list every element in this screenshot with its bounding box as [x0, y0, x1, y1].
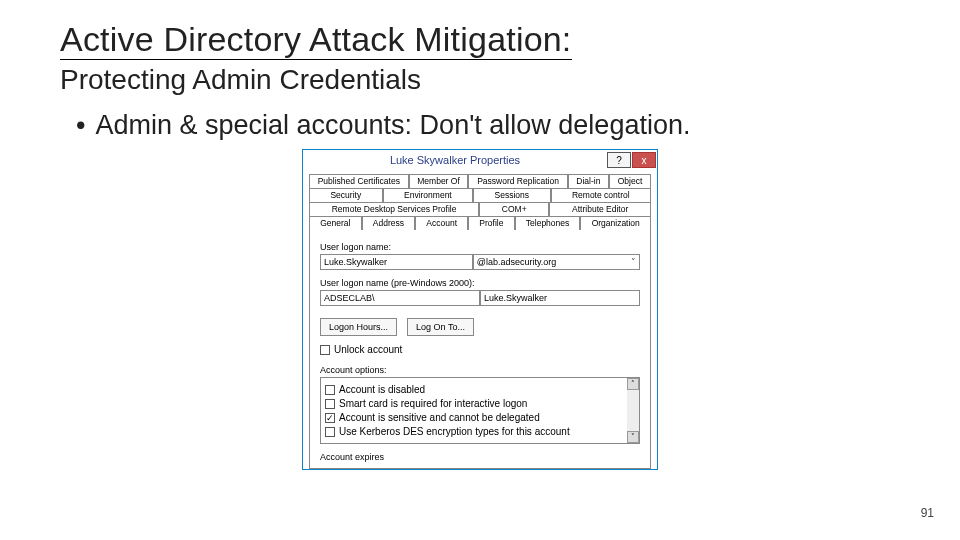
opt-disabled-checkbox[interactable] — [325, 385, 335, 395]
logon-name-label: User logon name: — [320, 242, 640, 252]
close-button[interactable]: x — [632, 152, 656, 168]
opt-des-label: Use Kerberos DES encryption types for th… — [339, 426, 570, 437]
tab-object[interactable]: Object — [609, 174, 651, 188]
pre2000-user-input[interactable]: Luke.Skywalker — [480, 290, 640, 306]
pre2000-label: User logon name (pre-Windows 2000): — [320, 278, 640, 288]
tab-sessions[interactable]: Sessions — [473, 188, 550, 202]
pre2000-domain-input[interactable]: ADSECLAB\ — [320, 290, 480, 306]
opt-smartcard-checkbox[interactable] — [325, 399, 335, 409]
unlock-account-label: Unlock account — [334, 344, 402, 355]
page-number: 91 — [921, 506, 934, 520]
log-on-to-button[interactable]: Log On To... — [407, 318, 474, 336]
options-scrollbar[interactable]: ˄ ˅ — [627, 378, 639, 443]
scroll-down-icon[interactable]: ˅ — [627, 431, 639, 443]
slide-subtitle: Protecting Admin Credentials — [60, 64, 900, 96]
scroll-up-icon[interactable]: ˄ — [627, 378, 639, 390]
unlock-account-checkbox[interactable] — [320, 345, 330, 355]
tab-member-of[interactable]: Member Of — [409, 174, 469, 188]
logon-hours-button[interactable]: Logon Hours... — [320, 318, 397, 336]
help-button[interactable]: ? — [607, 152, 631, 168]
opt-sensitive-label: Account is sensitive and cannot be deleg… — [339, 412, 540, 423]
dialog-titlebar: Luke Skywalker Properties ? x — [303, 150, 657, 170]
tab-password-replication[interactable]: Password Replication — [468, 174, 567, 188]
tab-remote-control[interactable]: Remote control — [551, 188, 652, 202]
tab-organization[interactable]: Organization — [580, 216, 651, 230]
tab-attribute-editor[interactable]: Attribute Editor — [549, 202, 651, 216]
properties-dialog: Luke Skywalker Properties ? x Published … — [302, 149, 658, 470]
opt-disabled-label: Account is disabled — [339, 384, 425, 395]
tab-com-plus[interactable]: COM+ — [479, 202, 549, 216]
bullet-dot-icon: • — [76, 110, 85, 140]
domain-select[interactable]: @lab.adsecurity.org — [473, 254, 640, 270]
account-panel: User logon name: Luke.Skywalker @lab.ads… — [309, 230, 651, 469]
opt-smartcard-label: Smart card is required for interactive l… — [339, 398, 527, 409]
tab-dial-in[interactable]: Dial-in — [568, 174, 609, 188]
tab-rds-profile[interactable]: Remote Desktop Services Profile — [309, 202, 479, 216]
account-options-listbox: Account is disabled Smart card is requir… — [320, 377, 640, 444]
dialog-title: Luke Skywalker Properties — [303, 154, 607, 166]
opt-sensitive-checkbox[interactable] — [325, 413, 335, 423]
account-expires-label: Account expires — [320, 452, 640, 462]
tab-published-certificates[interactable]: Published Certificates — [309, 174, 409, 188]
account-options-label: Account options: — [320, 365, 640, 375]
bullet-text: Admin & special accounts: Don't allow de… — [95, 110, 690, 140]
bullet-item: •Admin & special accounts: Don't allow d… — [76, 110, 900, 141]
tab-profile[interactable]: Profile — [468, 216, 514, 230]
tab-security[interactable]: Security — [309, 188, 383, 202]
tab-telephones[interactable]: Telephones — [515, 216, 581, 230]
logon-name-input[interactable]: Luke.Skywalker — [320, 254, 473, 270]
tab-account[interactable]: Account — [415, 216, 468, 230]
scroll-track[interactable] — [627, 390, 639, 431]
tab-environment[interactable]: Environment — [383, 188, 474, 202]
opt-des-checkbox[interactable] — [325, 427, 335, 437]
tab-address[interactable]: Address — [362, 216, 416, 230]
tab-general[interactable]: General — [309, 216, 362, 230]
slide-title: Active Directory Attack Mitigation: — [60, 20, 572, 60]
